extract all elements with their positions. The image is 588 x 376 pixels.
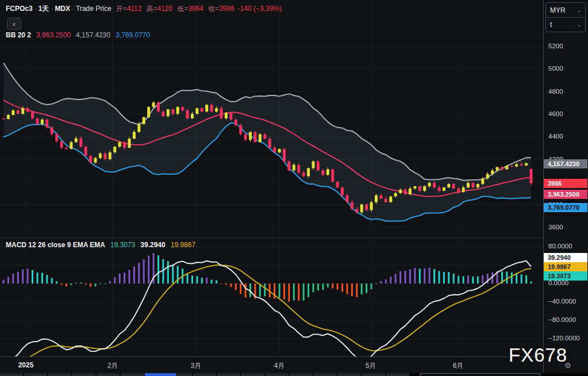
candle-body[interactable] bbox=[409, 189, 412, 194]
candle-body[interactable] bbox=[293, 165, 295, 171]
candle-body[interactable] bbox=[11, 110, 14, 115]
candle-body[interactable] bbox=[118, 142, 121, 147]
candle-body[interactable] bbox=[60, 141, 63, 148]
candle-body[interactable] bbox=[147, 107, 150, 117]
candle-body[interactable] bbox=[249, 132, 252, 140]
candle-body[interactable] bbox=[268, 139, 271, 148]
candle-body[interactable] bbox=[99, 154, 102, 158]
candle-body[interactable] bbox=[341, 187, 344, 195]
candle-body[interactable] bbox=[137, 124, 140, 132]
candle-body[interactable] bbox=[239, 125, 242, 135]
candle-body[interactable] bbox=[21, 108, 24, 114]
candle-body[interactable] bbox=[467, 183, 470, 187]
candle-body[interactable] bbox=[510, 166, 513, 167]
candle-body[interactable] bbox=[157, 102, 160, 112]
candle-body[interactable] bbox=[205, 105, 208, 112]
candle-body[interactable] bbox=[41, 120, 44, 124]
macd-pane[interactable] bbox=[0, 237, 543, 356]
candle-body[interactable] bbox=[297, 165, 300, 173]
candle-body[interactable] bbox=[229, 113, 232, 120]
candle-body[interactable] bbox=[336, 182, 339, 187]
candle-body[interactable] bbox=[389, 197, 392, 202]
candle-body[interactable] bbox=[7, 115, 10, 119]
candle-body[interactable] bbox=[476, 184, 479, 187]
candle-body[interactable] bbox=[201, 108, 203, 112]
candle-body[interactable] bbox=[128, 139, 131, 148]
candle-body[interactable] bbox=[423, 186, 426, 191]
candle-body[interactable] bbox=[45, 120, 48, 128]
candle-body[interactable] bbox=[302, 172, 305, 176]
candle-body[interactable] bbox=[433, 183, 436, 187]
candle-body[interactable] bbox=[181, 107, 184, 110]
candle-body[interactable] bbox=[171, 109, 174, 114]
candle-body[interactable] bbox=[70, 142, 72, 149]
candle-body[interactable] bbox=[501, 167, 504, 170]
candle-body[interactable] bbox=[152, 102, 155, 107]
candle-body[interactable] bbox=[321, 171, 324, 175]
candle-body[interactable] bbox=[51, 128, 53, 135]
candle-body[interactable] bbox=[103, 154, 106, 159]
candle-body[interactable] bbox=[331, 170, 334, 182]
candle-body[interactable] bbox=[443, 187, 445, 191]
candle-body[interactable] bbox=[263, 135, 266, 139]
candle-body[interactable] bbox=[399, 190, 402, 193]
candle-body[interactable] bbox=[360, 205, 363, 213]
symbol-name[interactable]: FCPOc3 bbox=[6, 5, 33, 13]
candle-body[interactable] bbox=[195, 108, 198, 114]
candle-body[interactable] bbox=[176, 107, 179, 114]
candle-body[interactable] bbox=[379, 195, 382, 199]
candle-body[interactable] bbox=[89, 156, 92, 163]
price-axis[interactable]: MYR ⌄ t ⌄ 520050004800460044004200400038… bbox=[543, 0, 588, 373]
candle-body[interactable] bbox=[438, 187, 441, 191]
candle-body[interactable] bbox=[491, 171, 494, 174]
candle-body[interactable] bbox=[191, 114, 194, 118]
unit-dropdown[interactable]: t ⌄ bbox=[546, 17, 585, 32]
candle-body[interactable] bbox=[186, 110, 189, 118]
candle-body[interactable] bbox=[355, 209, 358, 212]
candle-body[interactable] bbox=[220, 108, 223, 118]
candle-body[interactable] bbox=[312, 162, 315, 168]
collapse-back-button[interactable]: ‹ bbox=[7, 18, 21, 30]
candle-body[interactable] bbox=[481, 178, 484, 184]
candle-body[interactable] bbox=[326, 170, 329, 175]
candle-body[interactable] bbox=[365, 205, 368, 210]
interval-label[interactable]: 1天 bbox=[39, 5, 49, 13]
candle-body[interactable] bbox=[505, 166, 508, 170]
candle-body[interactable] bbox=[346, 195, 349, 202]
candle-body[interactable] bbox=[370, 202, 373, 210]
candle-body[interactable] bbox=[287, 162, 290, 171]
candle-body[interactable] bbox=[385, 199, 387, 202]
candle-body[interactable] bbox=[17, 110, 20, 114]
candle-body[interactable] bbox=[317, 162, 320, 171]
candle-body[interactable] bbox=[452, 184, 455, 189]
candle-body[interactable] bbox=[394, 193, 397, 197]
candle-body[interactable] bbox=[351, 202, 353, 209]
candle-body[interactable] bbox=[457, 189, 460, 192]
candle-body[interactable] bbox=[259, 135, 262, 143]
candle-body[interactable] bbox=[113, 147, 116, 152]
candle-body[interactable] bbox=[235, 120, 237, 125]
candle-body[interactable] bbox=[31, 112, 34, 118]
candle-body[interactable] bbox=[65, 148, 68, 149]
candle-body[interactable] bbox=[496, 167, 499, 171]
candle-body[interactable] bbox=[375, 195, 378, 202]
candle-body[interactable] bbox=[253, 132, 256, 143]
candle-body[interactable] bbox=[447, 184, 450, 187]
candle-body[interactable] bbox=[123, 142, 126, 148]
candle-body[interactable] bbox=[525, 163, 528, 166]
time-axis[interactable]: 20252月3月4月5月6月 bbox=[0, 356, 543, 373]
candle-body[interactable] bbox=[55, 135, 58, 141]
candle-body[interactable] bbox=[283, 149, 286, 162]
candle-body[interactable] bbox=[36, 118, 39, 124]
candle-body[interactable] bbox=[273, 148, 276, 152]
bollinger-legend[interactable]: BB 20 23,963.25004,157.42303,769.0770 bbox=[6, 31, 150, 39]
candle-body[interactable] bbox=[307, 168, 310, 177]
candle-body[interactable] bbox=[215, 108, 218, 112]
candle-body[interactable] bbox=[26, 108, 29, 112]
candle-body[interactable] bbox=[404, 190, 407, 194]
candle-body[interactable] bbox=[143, 117, 145, 124]
candle-body[interactable] bbox=[418, 186, 421, 191]
candle-body[interactable] bbox=[133, 132, 136, 139]
candle-body[interactable] bbox=[162, 112, 164, 116]
candle-body[interactable] bbox=[486, 174, 489, 178]
